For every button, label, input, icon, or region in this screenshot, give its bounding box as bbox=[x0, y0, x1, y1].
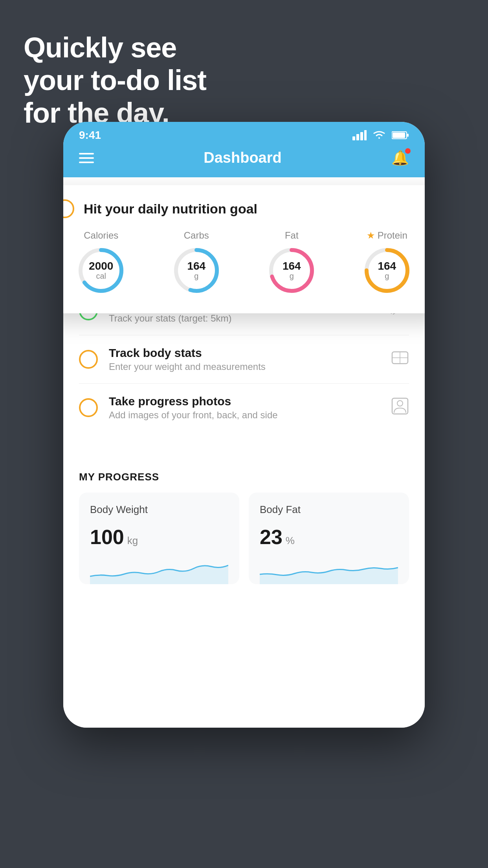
nutrition-card-header: Hit your daily nutrition goal bbox=[63, 199, 425, 218]
svg-rect-3 bbox=[364, 130, 367, 140]
photos-checkbox[interactable] bbox=[79, 398, 98, 417]
progress-section: MY PROGRESS Body Weight 100 kg bbox=[63, 455, 425, 584]
body-stats-subtitle: Enter your weight and measurements bbox=[109, 361, 380, 372]
todo-item-photos[interactable]: Take progress photos Add images of your … bbox=[79, 384, 409, 432]
photos-subtitle: Add images of your front, back, and side bbox=[109, 410, 380, 421]
body-weight-card-title: Body Weight bbox=[90, 504, 228, 516]
protein-item: ★ Protein 164 g bbox=[361, 230, 413, 296]
body-weight-value: 100 bbox=[90, 525, 124, 549]
phone-frame: 9:41 bbox=[63, 122, 425, 728]
nutrition-checkbox[interactable] bbox=[63, 199, 74, 218]
body-weight-chart bbox=[90, 557, 228, 584]
signal-icon bbox=[352, 130, 367, 140]
fat-item: Fat 164 g bbox=[266, 230, 317, 296]
carbs-donut: 164 g bbox=[171, 245, 222, 296]
photos-title: Take progress photos bbox=[109, 395, 380, 408]
calories-label: Calories bbox=[84, 230, 118, 241]
fat-value: 164 bbox=[283, 261, 301, 272]
body-weight-unit: kg bbox=[127, 535, 138, 547]
progress-cards: Body Weight 100 kg bbox=[79, 493, 409, 584]
body-fat-card-title: Body Fat bbox=[260, 504, 398, 516]
svg-rect-5 bbox=[393, 132, 405, 138]
status-icons bbox=[352, 130, 409, 140]
body-fat-chart bbox=[260, 557, 398, 584]
calories-donut: 2000 cal bbox=[75, 245, 127, 296]
phone-wrapper: 9:41 bbox=[63, 122, 425, 728]
progress-title: MY PROGRESS bbox=[79, 471, 409, 483]
svg-rect-2 bbox=[360, 132, 363, 140]
body-stats-checkbox[interactable] bbox=[79, 350, 98, 369]
hero-line2: your to-do list bbox=[24, 64, 206, 97]
calories-value: 2000 bbox=[89, 261, 113, 272]
scale-icon bbox=[391, 349, 409, 370]
menu-icon[interactable] bbox=[79, 150, 94, 166]
protein-value: 164 bbox=[378, 261, 396, 272]
hero-line1: Quickly see bbox=[24, 31, 206, 64]
protein-label: ★ Protein bbox=[367, 230, 407, 241]
person-icon bbox=[391, 397, 409, 419]
running-subtitle: Track your stats (target: 5km) bbox=[109, 313, 378, 324]
body-fat-value: 23 bbox=[260, 525, 283, 549]
nutrition-card-title: Hit your daily nutrition goal bbox=[84, 201, 257, 217]
wifi-icon bbox=[372, 130, 386, 140]
battery-icon bbox=[392, 131, 409, 140]
carbs-item: Carbs 164 g bbox=[171, 230, 222, 296]
calories-item: Calories 2000 cal bbox=[75, 230, 127, 296]
notification-dot bbox=[405, 148, 411, 154]
body-fat-card[interactable]: Body Fat 23 % bbox=[249, 493, 409, 584]
svg-rect-1 bbox=[356, 134, 359, 140]
nav-bar: Dashboard 🔔 bbox=[63, 145, 425, 177]
status-time: 9:41 bbox=[79, 129, 101, 142]
star-icon: ★ bbox=[367, 230, 375, 241]
svg-rect-0 bbox=[352, 136, 355, 140]
nutrition-circles: Calories 2000 cal bbox=[63, 230, 425, 296]
bell-button[interactable]: 🔔 bbox=[391, 150, 409, 166]
nav-title: Dashboard bbox=[204, 149, 281, 166]
hero-text: Quickly see your to-do list for the day. bbox=[24, 31, 206, 129]
svg-rect-6 bbox=[407, 134, 409, 137]
nutrition-card: Hit your daily nutrition goal Calories bbox=[63, 185, 425, 313]
protein-donut: 164 g bbox=[361, 245, 413, 296]
fat-donut: 164 g bbox=[266, 245, 317, 296]
app-content: THINGS TO DO TODAY Hit your daily nutrit… bbox=[63, 177, 425, 728]
body-weight-card[interactable]: Body Weight 100 kg bbox=[79, 493, 239, 584]
status-bar: 9:41 bbox=[63, 122, 425, 145]
todo-item-body-stats[interactable]: Track body stats Enter your weight and m… bbox=[79, 335, 409, 384]
carbs-value: 164 bbox=[187, 261, 205, 272]
fat-label: Fat bbox=[285, 230, 299, 241]
body-stats-title: Track body stats bbox=[109, 346, 380, 360]
svg-point-19 bbox=[397, 401, 403, 406]
body-fat-unit: % bbox=[286, 535, 295, 547]
carbs-label: Carbs bbox=[184, 230, 209, 241]
